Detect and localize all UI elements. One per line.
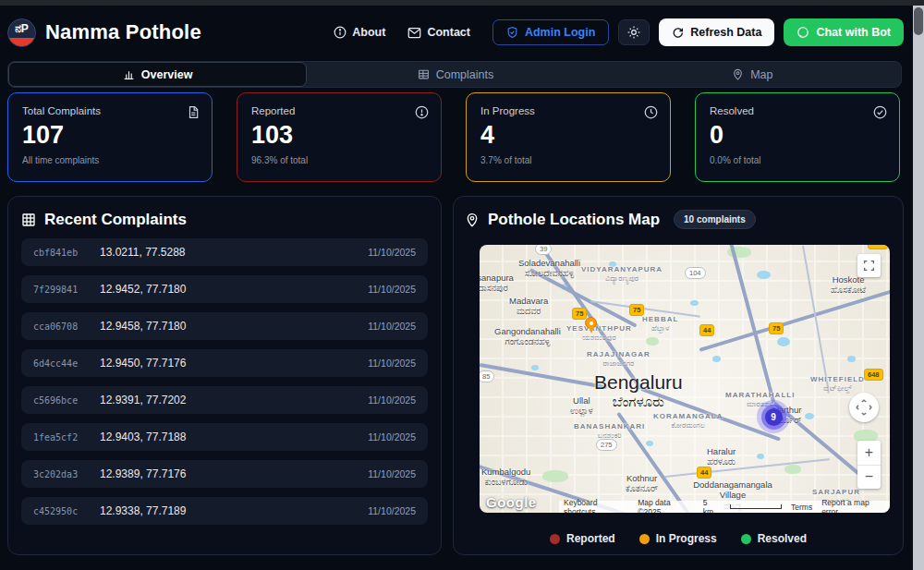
complaint-coordinates: 12.9338, 77.7189 (100, 504, 186, 517)
app-header: ನP Namma Pothole About Contact Admin Log… (7, 11, 904, 54)
complaint-row[interactable]: 6d4cc44e 12.9450, 77.7176 11/10/2025 (21, 349, 428, 377)
complaint-coordinates: 12.9452, 77.7180 (100, 283, 186, 296)
window-top-bar (0, 0, 924, 6)
alert-circle-icon (415, 105, 429, 119)
google-map[interactable]: Soladevanahalliಸೋಲದೇವನಹಳ್ಳಿ VIDYARANYAPU… (480, 245, 890, 513)
stat-value: 103 (251, 123, 427, 148)
zoom-out-button[interactable]: − (857, 466, 881, 490)
report-map-error-link[interactable]: Report a map error (821, 498, 885, 514)
pothole-marker-in-progress[interactable] (585, 317, 597, 329)
table-grid-icon (21, 212, 36, 227)
nav-contact[interactable]: Contact (407, 26, 470, 39)
complaint-id: c452950c (33, 506, 100, 516)
sun-icon (627, 26, 640, 39)
complaint-row[interactable]: c452950c 12.9338, 77.7189 11/10/2025 (21, 497, 428, 525)
map-label: Ullalಉಲ್ಲಾಳ (570, 395, 593, 417)
legend-reported: Reported (550, 532, 615, 545)
map-label: WHITEFIELDವೈಟ್‌ಫೀಲ್ಡ್ (810, 375, 865, 393)
map-attribution: Keyboard shortcuts Map data ©2025 5 km T… (559, 501, 890, 513)
complaint-row[interactable]: cca06708 12.9458, 77.7180 11/10/2025 (21, 312, 428, 340)
zoom-in-button[interactable]: + (857, 441, 881, 466)
map-water (690, 300, 699, 306)
stat-value: 107 (22, 123, 198, 148)
theme-toggle-button[interactable] (618, 19, 650, 45)
in-progress-dot-icon (639, 534, 650, 544)
chat-bubble-icon (796, 26, 809, 39)
recent-complaints-panel: Recent Complaints cbf841eb 13.0211, 77.5… (7, 196, 442, 555)
tab-complaints[interactable]: Complaints (307, 62, 603, 87)
stats-row: Total Complaints 107 All time complaints… (7, 92, 900, 182)
map-label: Madavaraಮದವರ (509, 296, 548, 317)
route-badge: 44 (699, 324, 714, 336)
mail-icon (407, 27, 421, 39)
info-icon (334, 26, 346, 39)
complaint-date: 11/10/2025 (368, 321, 416, 332)
complaint-date: 11/10/2025 (368, 468, 416, 479)
complaint-row[interactable]: cbf841eb 13.0211, 77.5288 11/10/2025 (21, 238, 428, 266)
clock-icon (644, 105, 658, 119)
stat-label: In Progress (480, 105, 656, 116)
pan-arrows-icon (856, 399, 872, 416)
pan-control[interactable] (849, 393, 879, 422)
map-label: KORAMANGALAಕೋರಮಂಗಲ (653, 412, 723, 430)
complaint-row[interactable]: c5696bce 12.9391, 77.7202 11/10/2025 (21, 386, 428, 414)
chat-with-bot-button[interactable]: Chat with Bot (784, 18, 904, 46)
map-panel: Pothole Locations Map 10 complaints (453, 196, 904, 555)
route-badge: 275 (596, 439, 617, 451)
terms-link[interactable]: Terms (791, 503, 812, 512)
legend-in-progress: In Progress (639, 532, 717, 545)
check-circle-icon (873, 105, 887, 119)
marker-cluster[interactable]: 9 (757, 400, 790, 433)
complaint-row[interactable]: 3c202da3 12.9389, 77.7176 11/10/2025 (21, 460, 428, 488)
complaint-row[interactable]: 7f299841 12.9452, 77.7180 11/10/2025 (21, 275, 428, 303)
table-icon (418, 68, 430, 80)
route-badge: 44 (697, 467, 711, 479)
stat-label: Total Complaints (22, 105, 198, 116)
map-park (542, 470, 568, 482)
page-scrollbar[interactable] (913, 6, 924, 570)
map-panel-title: Pothole Locations Map (488, 211, 660, 229)
scrollbar-thumb[interactable] (914, 7, 923, 35)
map-water (805, 413, 814, 419)
complaint-row[interactable]: 1fea5cf2 12.9403, 77.7188 11/10/2025 (21, 423, 428, 451)
route-badge: 39 (535, 245, 552, 255)
resolved-dot-icon (741, 534, 751, 544)
map-label: HEBBALಹೆಬ್ಬಾಳ (642, 315, 678, 333)
refresh-data-button[interactable]: Refresh Data (659, 18, 774, 46)
route-badge: 75 (769, 322, 784, 334)
map-pin-icon (732, 68, 744, 80)
complaint-id: cca06708 (33, 321, 100, 332)
google-logo[interactable]: Google (486, 494, 537, 510)
route-badge: 85 (480, 370, 494, 382)
admin-login-button[interactable]: Admin Login (492, 19, 609, 45)
complaint-date: 11/10/2025 (368, 358, 416, 369)
bar-chart-icon (123, 68, 135, 80)
stat-subtext: 0.0% of total (710, 155, 885, 165)
stat-subtext: 3.7% of total (480, 155, 656, 165)
complaint-coordinates: 12.9450, 77.7176 (100, 357, 186, 370)
map-water (847, 356, 856, 362)
map-label: YESVANTHPURಯಶವಂತಪುರ (566, 324, 632, 342)
tab-map[interactable]: Map (604, 62, 901, 87)
complaints-count-badge: 10 complaints (674, 210, 756, 229)
stat-value: 0 (710, 123, 885, 148)
nav-about[interactable]: About (334, 26, 385, 39)
map-label: VIDYARANYAPURAವಿದ್ಯಾರಣ್ಯಪುರ (581, 265, 663, 283)
map-legend: Reported In Progress Resolved (454, 532, 903, 545)
stat-card-total: Total Complaints 107 All time complaints (7, 92, 213, 182)
map-pin-icon (465, 212, 480, 227)
complaint-id: 1fea5cf2 (33, 432, 100, 443)
complaint-id: 6d4cc44e (33, 358, 100, 369)
route-badge-clipped (868, 245, 888, 249)
route-badge: 75 (572, 308, 587, 320)
keyboard-shortcuts-link[interactable]: Keyboard shortcuts (564, 498, 628, 514)
complaint-coordinates: 12.9391, 77.7202 (100, 394, 186, 406)
map-water (777, 337, 790, 346)
map-water (757, 271, 771, 279)
reported-dot-icon (550, 534, 560, 544)
map-water (531, 365, 539, 370)
tab-overview[interactable]: Overview (8, 62, 307, 87)
complaint-date: 11/10/2025 (368, 394, 416, 406)
fullscreen-button[interactable] (857, 254, 881, 277)
complaint-coordinates: 12.9458, 77.7180 (100, 320, 186, 333)
